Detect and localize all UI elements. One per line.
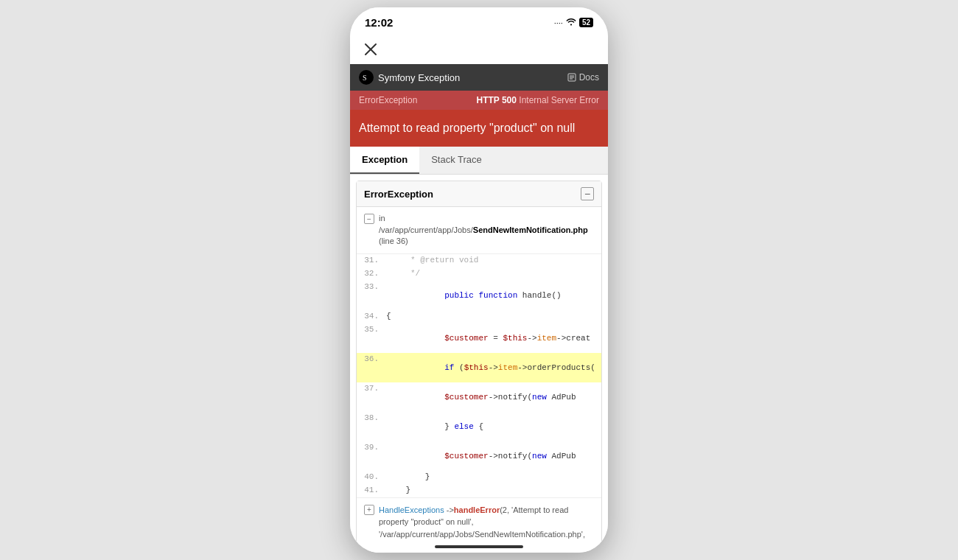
code-line-34: 34. { <box>357 310 601 323</box>
signal-icon: ···· <box>554 18 563 27</box>
status-bar: 12:02 ···· 52 <box>350 7 608 35</box>
error-type-bar: ErrorException HTTP 500 Internal Server … <box>350 91 608 110</box>
code-line-36: 36. if ($this->item->orderProducts( <box>357 353 601 382</box>
code-block: 31. * @return void 32. */ 33. public fun… <box>357 254 601 497</box>
code-line-37: 37. $customer->notify(new AdPub <box>357 382 601 412</box>
tab-exception[interactable]: Exception <box>350 147 419 174</box>
battery-indicator: 52 <box>579 18 593 27</box>
svg-text:S: S <box>363 74 367 82</box>
expand-icon[interactable]: − <box>364 214 374 224</box>
code-line-31: 31. * @return void <box>357 254 601 267</box>
code-line-41: 41. } <box>357 484 601 497</box>
file-info-primary: − in /var/app/current/app/Jobs/SendNewIt… <box>357 207 601 253</box>
error-message-area: Attempt to read property "product" on nu… <box>350 110 608 147</box>
home-indicator <box>435 545 523 548</box>
header-bar: S Symfony Exception Docs <box>350 64 608 91</box>
docs-link[interactable]: Docs <box>567 72 599 83</box>
exception-block: ErrorException − − in /var/app/current/a… <box>356 181 602 541</box>
file-path-primary: in /var/app/current/app/Jobs/SendNewItem… <box>379 213 594 247</box>
expand-icon-frame1[interactable]: + <box>364 505 374 515</box>
stack-frame-1-text: HandleExceptions ->handleError(2, 'Attem… <box>379 504 594 541</box>
status-icons: ···· 52 <box>554 18 593 27</box>
tabs-bar: Exception Stack Trace <box>350 147 608 175</box>
exception-title: ErrorException <box>364 189 433 200</box>
symfony-brand: S Symfony Exception <box>359 70 460 85</box>
symfony-exception-label: Symfony Exception <box>378 72 460 83</box>
close-bar <box>350 35 608 64</box>
status-time: 12:02 <box>365 16 393 29</box>
code-line-35: 35. $customer = $this->item->creat <box>357 323 601 353</box>
exception-header: ErrorException − <box>357 181 601 207</box>
code-line-39: 39. $customer->notify(new AdPub <box>357 441 601 471</box>
bottom-indicator <box>350 541 608 553</box>
error-message: Attempt to read property "product" on nu… <box>359 120 599 136</box>
wifi-icon <box>566 18 576 27</box>
content-area[interactable]: ErrorException − − in /var/app/current/a… <box>350 175 608 541</box>
code-line-32: 32. */ <box>357 267 601 281</box>
code-line-38: 38. } else { <box>357 412 601 441</box>
stack-frame-1: + HandleExceptions ->handleError(2, 'Att… <box>357 497 601 541</box>
error-type: ErrorException <box>359 95 417 105</box>
tab-stack-trace[interactable]: Stack Trace <box>419 147 494 174</box>
docs-label: Docs <box>579 72 599 83</box>
http-status: HTTP 500 Internal Server Error <box>476 95 599 105</box>
symfony-logo-icon: S <box>359 70 374 85</box>
collapse-button[interactable]: − <box>581 187 594 200</box>
code-line-40: 40. } <box>357 471 601 484</box>
code-line-33: 33. public function handle() <box>357 281 601 310</box>
close-button[interactable] <box>362 41 380 58</box>
